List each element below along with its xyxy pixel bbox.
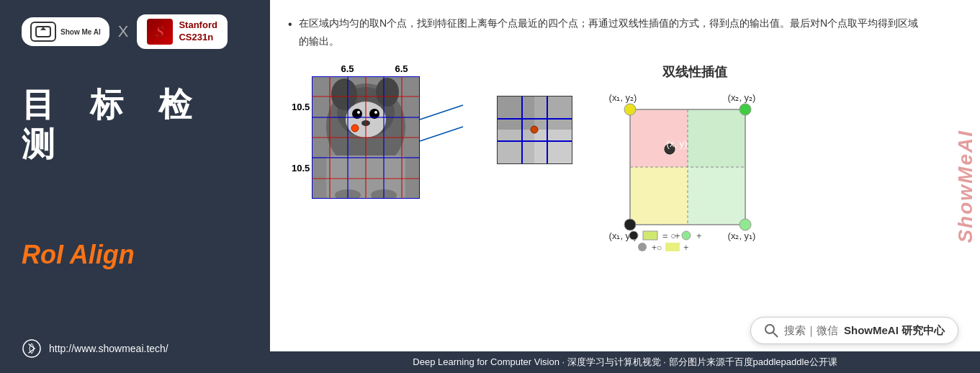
svg-rect-45	[688, 167, 745, 225]
footer-text: Deep Learning for Computer Vision · 深度学习…	[413, 356, 837, 369]
svg-point-26	[351, 125, 359, 132]
svg-point-0	[23, 340, 40, 357]
svg-point-49	[624, 104, 636, 115]
search-text: 搜索｜微信	[784, 324, 838, 338]
svg-text:(x₂, y₁): (x₂, y₁)	[728, 230, 756, 241]
dog-image-svg	[312, 76, 420, 199]
bullet-text: 在区域内均匀的取N个点，找到特征图上离每个点最近的四个点；再通过双线性插值的方式…	[292, 14, 926, 50]
svg-text:(x₁, y₂): (x₁, y₂)	[609, 92, 637, 103]
side-num-2: 10.5	[292, 138, 310, 199]
search-bar[interactable]: 搜索｜微信 ShowMeAI 研究中心	[750, 317, 958, 344]
svg-rect-60	[643, 231, 657, 240]
svg-point-67	[765, 325, 774, 333]
svg-point-50	[740, 104, 751, 115]
svg-line-28	[420, 127, 463, 141]
top-numbers: 6.5 6.5	[320, 63, 428, 74]
watermark: ShowMeAI	[951, 0, 980, 373]
dog-image-container	[312, 76, 420, 199]
sidebar: Show Me Al X S Stanford CS231n 目 标 检 测 R…	[0, 0, 270, 373]
svg-text:(x, y): (x, y)	[667, 138, 688, 149]
showmeai-text: Show Me Al	[60, 28, 101, 36]
x-separator: X	[118, 22, 129, 41]
logo-area: Show Me Al X S Stanford CS231n	[22, 14, 248, 49]
svg-rect-33	[534, 96, 572, 130]
main-title: 目 标 检 测	[22, 85, 248, 164]
left-diagram-area: 6.5 6.5 10.5 10.5	[292, 63, 428, 199]
svg-point-51	[624, 219, 636, 230]
detail-image-svg	[497, 96, 572, 164]
svg-rect-35	[534, 130, 572, 164]
search-icon	[764, 323, 778, 338]
arrow-svg	[420, 120, 477, 148]
footer-url: http://www.showmeai.tech/	[49, 343, 168, 354]
svg-text:+: +	[675, 230, 680, 241]
svg-point-63	[682, 231, 691, 240]
detail-image-area	[497, 96, 572, 167]
showmeai-logo-icon	[30, 22, 56, 42]
svg-marker-30	[459, 123, 467, 130]
content-inner: 在区域内均匀的取N个点，找到特征图上离每个点最近的四个点；再通过双线性插值的方式…	[292, 14, 958, 253]
diagram-area: 6.5 6.5 10.5 10.5	[292, 63, 926, 253]
side-num-1: 10.5	[292, 76, 310, 138]
svg-rect-32	[497, 96, 534, 130]
svg-point-10	[374, 111, 377, 114]
svg-point-4	[331, 78, 357, 110]
section-title: RoI Align	[22, 240, 248, 270]
side-nums: 10.5 10.5	[292, 76, 310, 199]
svg-line-27	[420, 105, 463, 120]
stanford-text: Stanford CS231n	[179, 19, 217, 44]
svg-point-52	[740, 219, 751, 230]
svg-rect-44	[630, 167, 688, 225]
svg-point-41	[531, 126, 538, 133]
svg-text:+: +	[696, 230, 702, 241]
arrow-icon	[22, 338, 42, 359]
bilinear-title: 双线性插值	[601, 63, 788, 81]
svg-point-59	[629, 231, 638, 240]
svg-rect-66	[665, 243, 680, 251]
footer-link[interactable]: http://www.showmeai.tech/	[22, 338, 248, 359]
watermark-text: ShowMeAI	[954, 130, 977, 243]
svg-point-9	[357, 111, 360, 114]
stanford-badge: S Stanford CS231n	[137, 14, 227, 49]
svg-point-65	[638, 243, 647, 251]
svg-point-5	[376, 78, 399, 107]
svg-line-68	[773, 333, 778, 337]
bilinear-section: 双线性插值	[601, 63, 788, 253]
svg-marker-29	[459, 102, 467, 109]
top-num-1: 6.5	[320, 63, 374, 74]
showmeai-logo-badge: Show Me Al	[22, 17, 109, 46]
svg-rect-43	[688, 109, 745, 167]
stanford-logo-icon: S	[147, 19, 173, 45]
footer-bar: Deep Learning for Computer Vision · 深度学习…	[270, 351, 980, 373]
top-num-2: 6.5	[374, 63, 428, 74]
svg-rect-34	[497, 130, 534, 164]
bilinear-svg: (x₁, y₂) (x₂, y₂) (x, y) (x₁, y₁) (x₂, y…	[601, 88, 788, 246]
search-brand: ShowMeAI 研究中心	[844, 324, 945, 338]
svg-text:(x₂, y₂): (x₂, y₂)	[728, 92, 756, 103]
main-content: 在区域内均匀的取N个点，找到特征图上离每个点最近的四个点；再通过双线性插值的方式…	[270, 0, 980, 373]
diagram-row: 10.5 10.5	[292, 76, 428, 199]
